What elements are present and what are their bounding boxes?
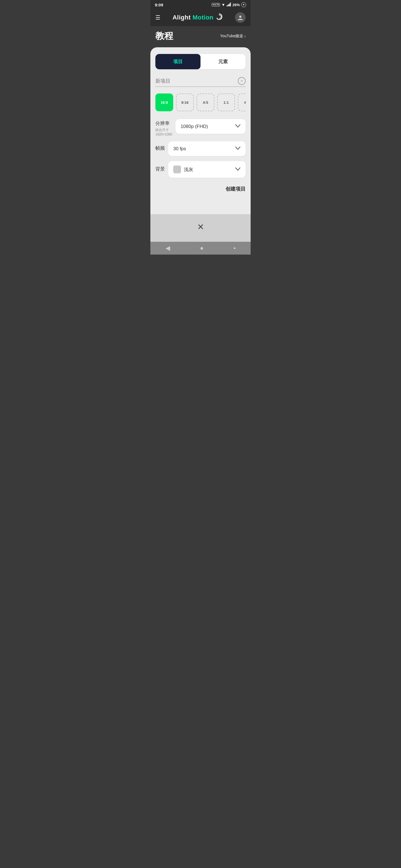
youtube-label: YouTube频道 [220, 34, 243, 39]
nav-icon-home[interactable]: ● [200, 245, 204, 252]
background-label: 背景 [155, 166, 165, 172]
signal-icon [227, 2, 231, 7]
project-name-input[interactable] [155, 78, 238, 84]
resolution-sublabel-2: 1920×1080 [155, 132, 172, 136]
clear-icon: × [240, 79, 243, 83]
hamburger-icon[interactable]: ☰ [155, 14, 161, 21]
resolution-section: 分辨率 组合尺寸 1920×1080 1080p (FHD) [155, 119, 246, 136]
aspect-4-3[interactable]: 4:3 [238, 93, 246, 111]
resolution-sublabel-1: 组合尺寸 [155, 128, 172, 132]
profile-avatar[interactable] [235, 12, 246, 23]
bottom-close-area: ✕ [150, 214, 251, 242]
background-section: 背景 浅灰 [155, 161, 246, 178]
background-value: 浅灰 [184, 166, 193, 173]
framerate-dropdown[interactable]: 30 fps [168, 141, 246, 156]
bottom-nav: ◀ ● ▪ [150, 242, 251, 254]
bg-color-swatch [173, 165, 181, 173]
clear-input-button[interactable]: × [238, 77, 246, 85]
bg-value-row: 浅灰 [173, 165, 193, 173]
create-row: 创建项目 [155, 186, 246, 192]
aspect-1-1[interactable]: 1:1 [217, 93, 235, 111]
title-motion: Motion [193, 14, 213, 21]
app-header: ☰ Alight Motion [150, 9, 251, 26]
svg-point-4 [239, 16, 241, 18]
tutorial-bar: 教程 YouTube频道 › [150, 26, 251, 47]
svg-rect-0 [227, 5, 228, 6]
resolution-value: 1080p (FHD) [180, 124, 208, 129]
background-chevron [235, 167, 240, 173]
framerate-value: 30 fps [173, 146, 186, 152]
create-project-button[interactable]: 创建项目 [226, 186, 246, 192]
status-bar: 9:09 VoLTE ▼ 26% + [150, 0, 251, 9]
nav-icon-recent[interactable]: ▪ [234, 245, 236, 252]
status-time: 9:09 [155, 2, 163, 7]
battery-plus-icon: + [241, 2, 246, 7]
app-title: Alight Motion [172, 14, 213, 21]
battery-percentage: 26% [232, 3, 240, 7]
framerate-chevron [235, 146, 240, 152]
aspect-9-16[interactable]: 9:16 [176, 93, 194, 111]
aspect-ratio-row: 16:9 9:16 4:5 1:1 4:3 [155, 93, 246, 111]
resolution-chevron [235, 124, 240, 129]
resolution-dropdown[interactable]: 1080p (FHD) [175, 119, 246, 134]
resolution-label: 分辨率 [155, 120, 172, 127]
tab-row: 项目 元素 [155, 54, 246, 69]
nav-icon-left[interactable]: ◀ [165, 245, 170, 252]
project-name-row: × [155, 77, 246, 87]
aspect-16-9[interactable]: 16:9 [155, 93, 173, 111]
youtube-channel-link[interactable]: YouTube频道 › [220, 34, 246, 39]
aspect-4-5[interactable]: 4:5 [197, 93, 214, 111]
svg-rect-3 [230, 2, 231, 6]
tab-element[interactable]: 元素 [200, 54, 246, 69]
tab-project[interactable]: 项目 [155, 54, 200, 69]
wifi-icon: ▼ [221, 2, 225, 7]
swirl-icon [215, 13, 223, 22]
framerate-section: 帧频 30 fps [155, 141, 246, 156]
background-dropdown[interactable]: 浅灰 [168, 161, 246, 178]
svg-rect-1 [228, 4, 229, 6]
volte-icon: VoLTE [212, 3, 220, 6]
svg-rect-2 [229, 4, 230, 6]
tutorial-title: 教程 [155, 30, 173, 42]
app-title-wrap: Alight Motion [172, 13, 223, 22]
main-sheet: 项目 元素 × 16:9 9:16 4:5 1:1 4:3 分辨率 组合尺寸 1… [150, 47, 251, 214]
status-icons: VoLTE ▼ 26% + [212, 2, 246, 7]
close-button[interactable]: ✕ [197, 222, 204, 232]
framerate-label: 帧频 [155, 145, 165, 151]
youtube-chevron: › [244, 34, 246, 38]
title-alight: Alight [172, 14, 193, 21]
